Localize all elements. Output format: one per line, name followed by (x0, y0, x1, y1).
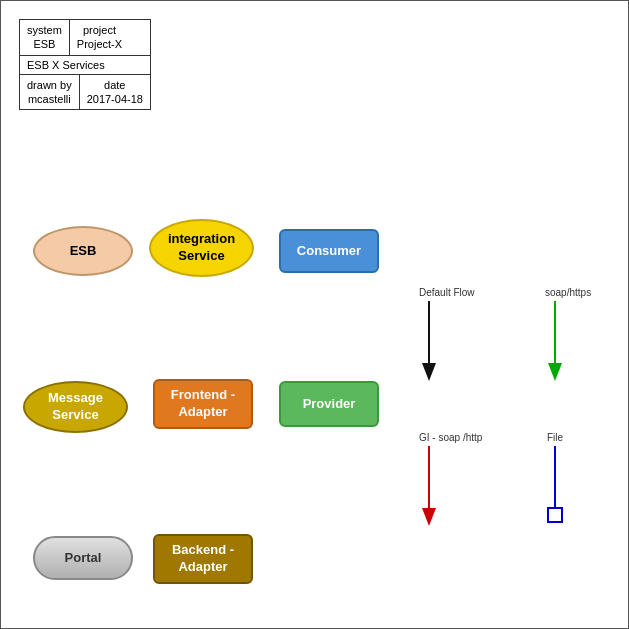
project-cell: project Project-X (70, 20, 129, 55)
portal-shape: Portal (33, 536, 133, 580)
gi-soap-arrow: GI - soap /http (419, 431, 482, 526)
file-label: File (545, 431, 565, 444)
message-service-shape: Message Service (23, 381, 128, 433)
default-flow-label: Default Flow (419, 286, 475, 299)
file-arrow: File (545, 431, 565, 526)
svg-marker-3 (548, 363, 562, 381)
date-cell: date 2017-04-18 (80, 75, 150, 110)
integration-service-shape: integration Service (149, 219, 254, 277)
provider-shape: Provider (279, 381, 379, 427)
esb-shape: ESB (33, 226, 133, 276)
svg-marker-1 (422, 363, 436, 381)
consumer-shape: Consumer (279, 229, 379, 273)
svg-marker-5 (422, 508, 436, 526)
backend-adapter-shape: Backend -Adapter (153, 534, 253, 584)
title-block: system ESB project Project-X ESB X Servi… (19, 19, 151, 110)
soap-https-arrow: soap/https (545, 286, 591, 381)
frontend-adapter-shape: Frontend -Adapter (153, 379, 253, 429)
soap-https-label: soap/https (545, 286, 591, 299)
svg-rect-7 (548, 508, 562, 522)
gi-soap-label: GI - soap /http (419, 431, 482, 444)
services-cell: ESB X Services (20, 56, 112, 74)
drawn-by-cell: drawn by mcastelli (20, 75, 80, 110)
system-cell: system ESB (20, 20, 70, 55)
default-flow-arrow: Default Flow (419, 286, 475, 381)
